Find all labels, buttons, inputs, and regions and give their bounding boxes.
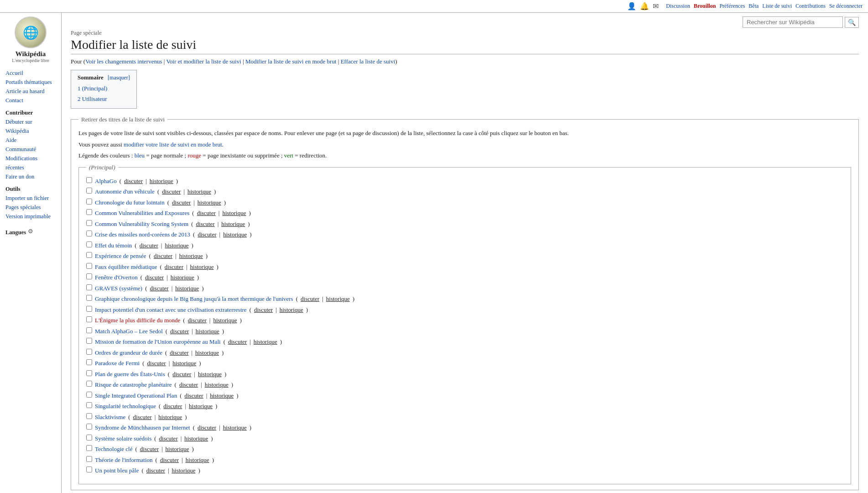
checkbox-cve[interactable] [86, 209, 92, 215]
mail-icon[interactable]: ✉ [653, 2, 659, 10]
link-discuter-autonomie[interactable]: discuter [162, 187, 181, 196]
checkbox-slacktivisme[interactable] [86, 413, 92, 419]
link-historique-cve[interactable]: historique [222, 209, 246, 218]
link-historique-risque[interactable]: historique [205, 380, 229, 389]
link-discuter-alphago[interactable]: discuter [124, 177, 143, 186]
item-link-cvss[interactable]: Common Vulnerability Scoring System [95, 220, 188, 229]
sidebar-item-accueil[interactable]: Accueil [5, 68, 56, 78]
sidebar-item-contact[interactable]: Contact [5, 96, 56, 105]
link-historique-slacktivisme[interactable]: historique [158, 413, 182, 422]
checkbox-impact[interactable] [86, 306, 92, 312]
link-discuter-ordres[interactable]: discuter [170, 348, 188, 357]
link-historique-alphago[interactable]: historique [150, 177, 173, 186]
checkbox-paradoxe[interactable] [86, 359, 92, 365]
link-historique-ordres[interactable]: historique [195, 348, 219, 357]
link-voir-changements[interactable]: Voir les changements intervenus [85, 58, 162, 65]
checkbox-chronologie[interactable] [86, 199, 92, 205]
link-discuter-graves[interactable]: discuter [150, 284, 168, 293]
item-link-paradoxe[interactable]: Paradoxe de Fermi [95, 359, 140, 368]
link-discuter-slacktivisme[interactable]: discuter [133, 413, 152, 422]
link-discuter-theorie[interactable]: discuter [160, 456, 179, 465]
sidebar-item-communaute[interactable]: Communauté [5, 145, 56, 154]
link-historique-chronologie[interactable]: historique [198, 198, 221, 207]
checkbox-theorie[interactable] [86, 456, 92, 462]
link-discuter-technologie[interactable]: discuter [140, 445, 159, 454]
link-historique-paradoxe[interactable]: historique [172, 359, 196, 368]
checkbox-graphique[interactable] [86, 295, 92, 301]
item-link-experience[interactable]: Expérience de pensée [95, 252, 146, 261]
checkbox-plan[interactable] [86, 370, 92, 376]
link-historique-point-bleu[interactable]: historique [172, 466, 196, 475]
item-link-ordres[interactable]: Ordres de grandeur de durée [95, 348, 162, 357]
top-link-deconnecter[interactable]: Se déconnecter [829, 3, 863, 10]
checkbox-systeme-solaire[interactable] [86, 435, 92, 441]
link-discuter-chronologie[interactable]: discuter [172, 198, 191, 207]
item-link-autonomie[interactable]: Autonomie d'un véhicule [95, 187, 155, 196]
toc-link-principal[interactable]: 1 (Principal) [78, 85, 107, 92]
sidebar-item-hasard[interactable]: Article au hasard [5, 87, 56, 96]
link-discuter-experience[interactable]: discuter [154, 252, 172, 261]
link-historique-systeme-solaire[interactable]: historique [184, 434, 208, 443]
link-voir-modifier[interactable]: Voir et modifier la liste de suivi [166, 58, 241, 65]
item-link-cve[interactable]: Common Vulnerabilities and Exposures [95, 209, 189, 218]
checkbox-autonomie[interactable] [86, 188, 92, 194]
item-link-plan[interactable]: Plan de guerre des États-Unis [95, 370, 165, 379]
item-link-syndrome[interactable]: Syndrome de Münchhausen par Internet [95, 423, 190, 432]
link-discuter-effet[interactable]: discuter [140, 241, 158, 250]
item-link-alphago[interactable]: AlphaGo [95, 177, 117, 186]
link-historique-crise[interactable]: historique [223, 230, 247, 239]
link-discuter-faux[interactable]: discuter [165, 262, 183, 272]
link-discuter-cvss[interactable]: discuter [196, 220, 215, 229]
checkbox-enigme[interactable] [86, 316, 92, 322]
top-link-liste-suivi[interactable]: Liste de suivi [762, 3, 792, 10]
link-discuter-enigme[interactable]: discuter [188, 316, 207, 325]
item-link-mission[interactable]: Mission de formation de l'Union européen… [95, 337, 221, 346]
item-link-crise[interactable]: Crise des missiles nord-coréens de 2013 [95, 230, 190, 239]
checkbox-match[interactable] [86, 327, 92, 333]
link-historique-experience[interactable]: historique [179, 252, 203, 261]
item-link-chronologie[interactable]: Chronologie du futur lointain [95, 198, 165, 207]
link-discuter-graphique[interactable]: discuter [301, 294, 319, 304]
link-historique-enigme[interactable]: historique [213, 316, 237, 325]
item-link-singularite[interactable]: Singularité technologique [95, 402, 156, 411]
link-discuter-siop[interactable]: discuter [184, 391, 203, 400]
link-historique-siop[interactable]: historique [210, 391, 234, 400]
link-discuter-singularite[interactable]: discuter [163, 402, 182, 411]
checkbox-fenetre[interactable] [86, 273, 92, 279]
toc-toggle[interactable]: [masquer] [108, 74, 130, 81]
item-link-graphique[interactable]: Graphique chronologique depuis le Big Ba… [95, 294, 293, 304]
link-historique-cvss[interactable]: historique [221, 220, 245, 229]
item-link-fenetre[interactable]: Fenêtre d'Overton [95, 273, 138, 282]
sidebar-item-don[interactable]: Faire un don [5, 172, 56, 181]
link-historique-fenetre[interactable]: historique [171, 273, 194, 282]
link-historique-syndrome[interactable]: historique [223, 423, 247, 432]
sidebar-item-aide[interactable]: Aide [5, 136, 56, 145]
link-effacer[interactable]: Effacer la liste de suivi [341, 58, 395, 65]
link-historique-graves[interactable]: historique [175, 284, 199, 293]
link-discuter-paradoxe[interactable]: discuter [147, 359, 166, 368]
checkbox-syndrome[interactable] [86, 424, 92, 430]
sidebar-item-debuter[interactable]: Débuter sur Wikipédia [5, 117, 56, 136]
link-historique-singularite[interactable]: historique [189, 402, 213, 411]
link-discuter-systeme-solaire[interactable]: discuter [159, 434, 178, 443]
link-discuter-syndrome[interactable]: discuter [198, 423, 216, 432]
modifier-link[interactable]: modifier votre liste de suivi en mode br… [124, 141, 222, 148]
link-historique-autonomie[interactable]: historique [187, 187, 211, 196]
checkbox-risque[interactable] [86, 381, 92, 387]
top-link-discussion[interactable]: Discussion [666, 3, 690, 10]
item-link-enigme[interactable]: L'Énigme la plus difficile du monde [95, 316, 180, 325]
checkbox-mission[interactable] [86, 338, 92, 344]
sidebar-item-version-imprimable[interactable]: Version imprimable [5, 212, 56, 221]
link-historique-technologie[interactable]: historique [166, 445, 189, 454]
checkbox-graves[interactable] [86, 284, 92, 290]
link-discuter-cve[interactable]: discuter [197, 209, 216, 218]
link-discuter-risque[interactable]: discuter [179, 380, 198, 389]
checkbox-alphago[interactable] [86, 177, 92, 183]
checkbox-effet[interactable] [86, 241, 92, 247]
checkbox-siop[interactable] [86, 392, 92, 398]
item-link-theorie[interactable]: Théorie de l'information [95, 456, 153, 465]
sidebar-item-modifications[interactable]: Modifications récentes [5, 154, 56, 172]
link-discuter-mission[interactable]: discuter [228, 337, 247, 346]
search-button[interactable]: 🔍 [845, 17, 859, 28]
item-link-slacktivisme[interactable]: Slacktivisme [95, 413, 125, 422]
